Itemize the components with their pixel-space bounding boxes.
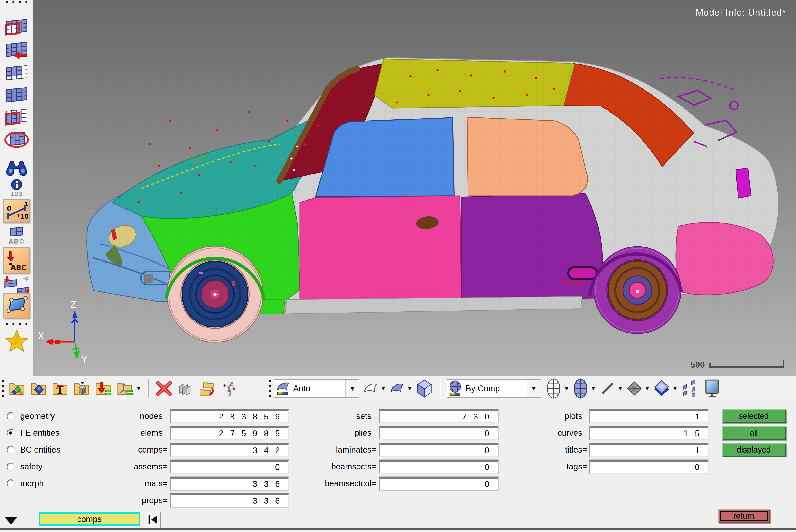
radio-circle[interactable] xyxy=(7,412,15,420)
graphics-viewport[interactable]: Model Info: Untitled* Z X Y 500 xyxy=(33,0,796,376)
import-button[interactable] xyxy=(94,378,113,399)
laminates-field[interactable]: 0 xyxy=(379,443,498,457)
mats-field[interactable]: 336 xyxy=(170,477,289,491)
mask-reverse-icon[interactable] xyxy=(3,276,30,295)
curves-field[interactable]: 15 xyxy=(589,426,709,440)
measure-scale-button[interactable]: 0 1 *10 xyxy=(3,200,30,223)
geometry-color-mode-dropdown[interactable]: ▼ xyxy=(345,380,359,398)
element-2d-shaded-dropdown[interactable]: ▼ xyxy=(672,385,678,392)
displayed-button[interactable]: displayed xyxy=(722,443,786,457)
text-abc-label: ABC xyxy=(8,238,24,245)
radio-circle[interactable] xyxy=(7,479,15,488)
radio-label: geometry xyxy=(20,412,55,421)
svg-text:0: 0 xyxy=(7,205,11,212)
mask-region-icon[interactable] xyxy=(5,16,28,38)
element-2d-gray-dropdown[interactable]: ▼ xyxy=(645,385,650,392)
titles-field[interactable]: 1 xyxy=(589,443,709,457)
find-icon[interactable] xyxy=(5,158,28,176)
shaded-elements-small-icon[interactable] xyxy=(9,226,24,237)
nodes-field[interactable]: 283859 xyxy=(170,409,289,423)
element-color-mode-combo[interactable]: By Comp ▼ xyxy=(447,379,541,398)
element-1d-button[interactable] xyxy=(598,378,616,399)
toolbar-group-model: ▼ xyxy=(1,378,238,399)
export-dropdown[interactable]: ▼ xyxy=(136,385,142,392)
beamsects-field[interactable]: 0 xyxy=(379,460,498,474)
props-field[interactable]: 336 xyxy=(170,493,289,507)
radio-geometry[interactable]: geometry xyxy=(7,409,55,423)
plies-field[interactable]: 0 xyxy=(379,426,498,440)
sidebar-drag-handle-2[interactable] xyxy=(6,323,27,325)
comps-field[interactable]: 342 xyxy=(170,443,289,457)
export-button[interactable] xyxy=(115,378,135,399)
geometry-color-mode-combo[interactable]: Auto ▼ xyxy=(274,379,359,398)
element-color-mode-value: By Comp xyxy=(464,380,527,398)
plots-label: plots= xyxy=(501,409,587,423)
front-wheel xyxy=(167,246,263,342)
solver-run-button[interactable] xyxy=(72,378,92,399)
assems-field[interactable]: 0 xyxy=(170,460,289,474)
mask-all-icon[interactable] xyxy=(5,84,28,107)
element-1d-dropdown[interactable]: ▼ xyxy=(618,385,623,392)
renumber-button[interactable]: 2 1 3 xyxy=(219,378,238,399)
delete-button[interactable] xyxy=(154,378,173,399)
radio-label: morph xyxy=(20,479,44,488)
all-button[interactable]: all xyxy=(722,426,786,440)
return-button[interactable]: return xyxy=(718,509,770,523)
free-elements-button[interactable] xyxy=(680,378,699,399)
spherical-clip-icon[interactable] xyxy=(4,129,29,150)
load-labels-abc-button[interactable]: ABC xyxy=(3,247,30,273)
card-edit-button[interactable] xyxy=(176,378,195,399)
element-2d-shaded-button[interactable] xyxy=(652,378,671,399)
element-2d-gray-button[interactable] xyxy=(625,378,643,399)
elems-field[interactable]: 275985 xyxy=(170,426,289,440)
radio-safety[interactable]: safety xyxy=(7,460,42,474)
favorites-icon[interactable] xyxy=(5,330,28,352)
shaded-geometry-dropdown[interactable]: ▼ xyxy=(407,385,412,392)
radio-label: BC entities xyxy=(20,445,60,455)
shaded-elements-dropdown[interactable]: ▼ xyxy=(591,385,596,392)
validate-button[interactable] xyxy=(51,378,70,399)
toolbar-group-element-style: ▼ ▼ ▼ ▼ xyxy=(544,378,723,399)
model-info-title: Model Info: Untitled* xyxy=(696,8,786,18)
nodes-label: nodes= xyxy=(86,409,167,423)
entity-type-dropdown[interactable] xyxy=(5,517,17,525)
radio-circle-checked[interactable] xyxy=(7,429,15,437)
performance-monitor-button[interactable] xyxy=(701,378,723,399)
wireframe-elements-dropdown[interactable]: ▼ xyxy=(564,385,569,392)
toolbar-separator-2 xyxy=(440,379,441,398)
wireframe-elements-button[interactable] xyxy=(544,378,562,399)
numbers-info-icon[interactable] xyxy=(11,179,22,190)
toolbar-drag-handle-2[interactable] xyxy=(269,380,271,397)
scale-value: 500 xyxy=(691,360,705,369)
solid-geometry-button[interactable] xyxy=(415,378,434,399)
scale-bar-glyph xyxy=(708,358,785,369)
panel-pager-button[interactable] xyxy=(146,512,161,528)
wireframe-geometry-dropdown[interactable]: ▼ xyxy=(381,385,386,392)
shaded-geometry-button[interactable] xyxy=(388,378,406,399)
selected-button[interactable]: selected xyxy=(722,409,786,423)
unmask-region-icon[interactable] xyxy=(5,106,28,128)
toolbar-drag-handle[interactable] xyxy=(2,380,4,397)
sets-field[interactable]: 730 xyxy=(379,409,498,423)
mask-plain-icon[interactable] xyxy=(5,62,28,84)
open-model-button[interactable] xyxy=(8,378,27,399)
radio-morph[interactable]: morph xyxy=(7,477,44,491)
radio-bc-entities[interactable]: BC entities xyxy=(7,443,60,457)
element-color-mode-dropdown[interactable]: ▼ xyxy=(527,380,541,398)
radio-fe-entities[interactable]: FE entities xyxy=(7,426,59,440)
beamsectcol-field[interactable]: 0 xyxy=(379,477,498,491)
sidebar-drag-handle[interactable] xyxy=(6,1,27,3)
plots-field[interactable]: 1 xyxy=(589,409,709,423)
wireframe-geometry-button[interactable] xyxy=(362,378,379,399)
unmask-adjacent-icon[interactable] xyxy=(5,39,28,62)
entity-type-button[interactable]: comps xyxy=(39,512,140,526)
svg-text:*10: *10 xyxy=(17,213,28,220)
tags-field[interactable]: 0 xyxy=(589,460,709,474)
organize-button[interactable] xyxy=(197,378,217,399)
radio-circle[interactable] xyxy=(7,462,15,471)
visualization-options-button[interactable] xyxy=(3,293,30,319)
radio-circle[interactable] xyxy=(7,446,15,454)
shaded-elements-button[interactable] xyxy=(572,378,590,399)
left-sidebar: 123 0 1 *10 ABC ABC xyxy=(0,0,33,376)
save-model-button[interactable] xyxy=(29,378,49,399)
